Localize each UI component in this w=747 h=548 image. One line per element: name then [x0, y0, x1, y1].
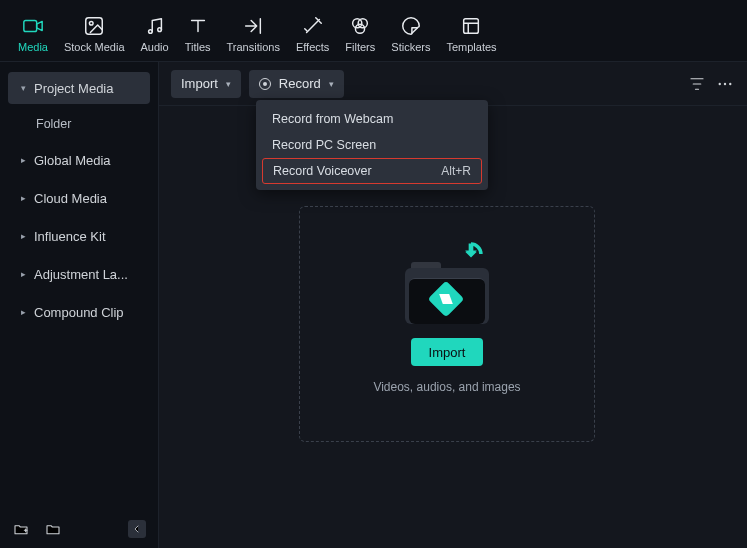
- svg-point-4: [157, 28, 161, 32]
- tab-effects[interactable]: Effects: [296, 13, 329, 55]
- transitions-icon: [242, 15, 264, 37]
- sidebar-item-label: Global Media: [34, 153, 111, 168]
- folder-icon[interactable]: [44, 520, 62, 538]
- svg-point-10: [724, 82, 726, 84]
- svg-point-11: [729, 82, 731, 84]
- sidebar-item-cloud-media[interactable]: ▸ Cloud Media: [8, 182, 150, 214]
- sidebar-item-adjustment-layer[interactable]: ▸ Adjustment La...: [8, 258, 150, 290]
- record-dropdown[interactable]: Record ▾: [249, 70, 344, 98]
- sidebar: ▾ Project Media Folder ▸ Global Media ▸ …: [0, 62, 158, 548]
- tab-stock-media[interactable]: Stock Media: [64, 13, 125, 55]
- tab-media[interactable]: Media: [18, 13, 48, 55]
- import-dropdown[interactable]: Import ▾: [171, 70, 241, 98]
- svg-point-2: [90, 21, 94, 25]
- chevron-down-icon: ▾: [226, 79, 231, 89]
- stickers-icon: [400, 15, 422, 37]
- content-area: Import Videos, audios, and images: [159, 106, 747, 548]
- svg-point-7: [356, 24, 365, 33]
- filters-icon: [349, 15, 371, 37]
- sidebar-item-label: Adjustment La...: [34, 267, 128, 282]
- import-label: Import: [181, 76, 218, 91]
- chevron-down-icon: ▾: [18, 83, 28, 93]
- chevron-right-icon: ▸: [18, 231, 28, 241]
- tab-label: Transitions: [227, 41, 280, 53]
- import-button[interactable]: Import: [411, 338, 484, 366]
- download-arrow-icon: [457, 240, 485, 268]
- sidebar-item-global-media[interactable]: ▸ Global Media: [8, 144, 150, 176]
- sidebar-item-folder[interactable]: Folder: [8, 110, 150, 138]
- svg-rect-1: [86, 18, 103, 35]
- svg-point-9: [719, 82, 721, 84]
- new-folder-icon[interactable]: [12, 520, 30, 538]
- top-tabbar: Media Stock Media Audio Titles Transitio…: [0, 0, 747, 62]
- sidebar-item-label: Folder: [36, 117, 71, 131]
- tab-titles[interactable]: Titles: [185, 13, 211, 55]
- tab-templates[interactable]: Templates: [446, 13, 496, 55]
- main-area: Import ▾ Record ▾ Record from Webcam: [158, 62, 747, 548]
- titles-icon: [187, 15, 209, 37]
- templates-icon: [460, 15, 482, 37]
- svg-point-6: [358, 19, 367, 28]
- svg-point-3: [148, 30, 152, 34]
- audio-icon: [144, 15, 166, 37]
- record-label: Record: [279, 76, 321, 91]
- svg-rect-8: [464, 19, 479, 34]
- chevron-right-icon: ▸: [18, 155, 28, 165]
- tab-transitions[interactable]: Transitions: [227, 13, 280, 55]
- media-icon: [22, 15, 44, 37]
- tab-filters[interactable]: Filters: [345, 13, 375, 55]
- collapse-sidebar-button[interactable]: [128, 520, 146, 538]
- stock-media-icon: [83, 15, 105, 37]
- sidebar-item-label: Cloud Media: [34, 191, 107, 206]
- tab-label: Stock Media: [64, 41, 125, 53]
- drop-zone[interactable]: Import Videos, audios, and images: [299, 206, 595, 442]
- import-button-label: Import: [429, 345, 466, 360]
- filter-icon[interactable]: [687, 74, 707, 94]
- sidebar-item-project-media[interactable]: ▾ Project Media: [8, 72, 150, 104]
- tab-label: Stickers: [391, 41, 430, 53]
- more-options-icon[interactable]: [715, 74, 735, 94]
- tab-stickers[interactable]: Stickers: [391, 13, 430, 55]
- chevron-right-icon: ▸: [18, 193, 28, 203]
- tab-label: Templates: [446, 41, 496, 53]
- sidebar-item-compound-clip[interactable]: ▸ Compound Clip: [8, 296, 150, 328]
- svg-rect-0: [24, 21, 37, 32]
- sidebar-footer: [8, 516, 150, 542]
- sidebar-item-label: Influence Kit: [34, 229, 106, 244]
- chevron-right-icon: ▸: [18, 307, 28, 317]
- tab-label: Titles: [185, 41, 211, 53]
- sidebar-item-label: Project Media: [34, 81, 113, 96]
- folder-art: [405, 254, 489, 324]
- record-icon: [259, 78, 271, 90]
- tab-audio[interactable]: Audio: [141, 13, 169, 55]
- effects-icon: [302, 15, 324, 37]
- chevron-right-icon: ▸: [18, 269, 28, 279]
- drop-hint: Videos, audios, and images: [373, 380, 520, 394]
- tab-label: Filters: [345, 41, 375, 53]
- sidebar-item-influence-kit[interactable]: ▸ Influence Kit: [8, 220, 150, 252]
- tab-label: Effects: [296, 41, 329, 53]
- chevron-down-icon: ▾: [329, 79, 334, 89]
- tab-label: Audio: [141, 41, 169, 53]
- tab-label: Media: [18, 41, 48, 53]
- sidebar-item-label: Compound Clip: [34, 305, 124, 320]
- main-toolbar: Import ▾ Record ▾ Record from Webcam: [159, 62, 747, 106]
